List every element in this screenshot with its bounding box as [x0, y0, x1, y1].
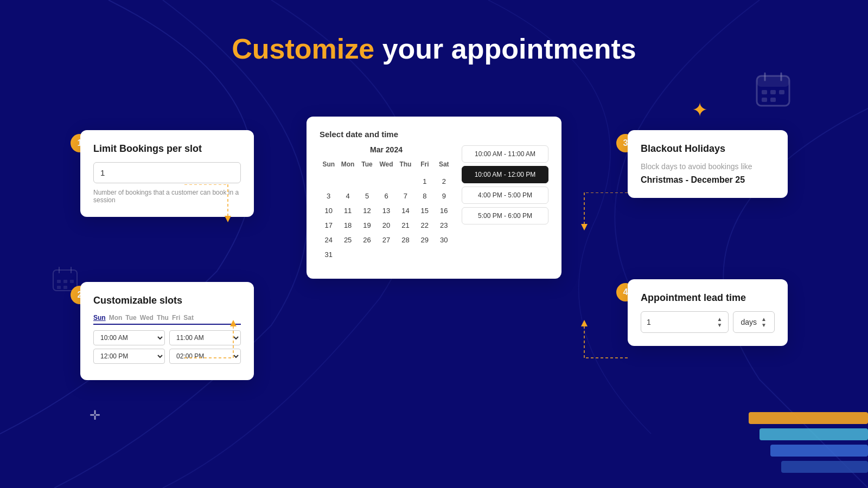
- calendar-today[interactable]: 25: [340, 236, 355, 244]
- lead-number-spinner[interactable]: ▲ ▼: [717, 316, 723, 328]
- slots-row-1: 10:00 AM 11:00 AM: [93, 330, 241, 345]
- slots-row-2: 12:00 PM 02:00 PM: [93, 349, 241, 364]
- calendar-day[interactable]: 28: [397, 233, 414, 247]
- calendar-day[interactable]: 17: [320, 219, 337, 232]
- calendar-day[interactable]: 3: [320, 189, 337, 203]
- calendar-empty: [358, 248, 376, 261]
- card-blackout-holidays: Blackout Holidays Block days to avoid bo…: [628, 130, 788, 198]
- time-slot-3[interactable]: 4:00 PM - 5:00 PM: [462, 187, 548, 204]
- calendar-day[interactable]: 20: [377, 219, 395, 232]
- calendar-day[interactable]: 11: [339, 204, 356, 217]
- calendar-day[interactable]: 9: [435, 189, 453, 203]
- calendar-day[interactable]: 10: [320, 204, 337, 217]
- calendar-grid-area: Mar 2024 Sun Mon Tue Wed Thu Fri Sat 123…: [320, 145, 453, 266]
- slot-start-1[interactable]: 10:00 AM: [93, 330, 165, 345]
- calendar-empty: [339, 175, 356, 188]
- calendar-day[interactable]: 2: [435, 175, 453, 188]
- calendar-day[interactable]: 21: [397, 219, 414, 232]
- calendar-month: Mar 2024: [320, 145, 453, 154]
- slot-start-2[interactable]: 12:00 PM: [93, 349, 165, 364]
- calendar-day[interactable]: 8: [416, 189, 433, 203]
- cal-hdr-thu: Thu: [397, 158, 414, 170]
- cal-hdr-fri: Fri: [416, 158, 433, 170]
- calendar-day[interactable]: 18: [339, 219, 356, 232]
- card-calendar: Select date and time Mar 2024 Sun Mon Tu…: [307, 117, 561, 279]
- day-sun: Sun: [93, 314, 106, 322]
- cal-hdr-mon: Mon: [339, 158, 356, 170]
- calendar-day[interactable]: 14: [397, 204, 414, 217]
- calendar-empty: [377, 175, 395, 188]
- cal-hdr-wed: Wed: [377, 158, 395, 170]
- lead-time-inputs: 1 ▲ ▼ days ▲ ▼: [641, 311, 775, 333]
- day-tue: Tue: [125, 314, 136, 322]
- lead-unit-field: days ▲ ▼: [733, 311, 775, 333]
- calendar-empty: [435, 248, 453, 261]
- card2-title: Customizable slots: [93, 295, 241, 306]
- day-wed: Wed: [140, 314, 154, 322]
- calendar-empty: [358, 175, 376, 188]
- calendar-day[interactable]: 27: [377, 233, 395, 247]
- calendar-body: Mar 2024 Sun Mon Tue Wed Thu Fri Sat 123…: [320, 145, 548, 266]
- calendar-day[interactable]: 31: [320, 248, 337, 261]
- time-slot-1[interactable]: 10:00 AM - 11:00 AM: [462, 145, 548, 163]
- cal-hdr-sat: Sat: [435, 158, 453, 170]
- calendar-day[interactable]: 24: [320, 233, 337, 247]
- calendar-day[interactable]: 6: [377, 189, 395, 203]
- calendar-empty: [339, 248, 356, 261]
- calendar-empty: [320, 175, 337, 188]
- blackout-subtitle: Block days to avoid bookings like: [641, 162, 775, 171]
- calendar-empty: [397, 248, 414, 261]
- calendar-day[interactable]: 5: [358, 189, 376, 203]
- lead-unit-value: days: [741, 318, 757, 326]
- card1-title: Limit Bookings per slot: [93, 143, 241, 155]
- calendar-empty: [397, 175, 414, 188]
- calendar-day[interactable]: 1: [416, 175, 433, 188]
- calendar-day[interactable]: 22: [416, 219, 433, 232]
- title-rest: your appointments: [374, 33, 636, 65]
- calendar-headers: Sun Mon Tue Wed Thu Fri Sat: [320, 158, 453, 170]
- blackout-highlight: Christmas - December 25: [641, 175, 775, 185]
- time-slot-4[interactable]: 5:00 PM - 6:00 PM: [462, 207, 548, 224]
- day-fri: Fri: [172, 314, 180, 322]
- connector-4: [535, 320, 628, 363]
- calendar-empty: [377, 248, 395, 261]
- cal-hdr-tue: Tue: [358, 158, 376, 170]
- calendar-day[interactable]: 13: [377, 204, 395, 217]
- calendar-day[interactable]: 30: [435, 233, 453, 247]
- card-lead-time: Appointment lead time 1 ▲ ▼ days ▲ ▼: [628, 279, 788, 346]
- time-slots-area: 10:00 AM - 11:00 AM 10:00 AM - 12:00 PM …: [462, 145, 548, 266]
- page-title: Customize your appointments: [0, 0, 868, 65]
- lead-number-field: 1 ▲ ▼: [641, 311, 729, 333]
- calendar-day[interactable]: 4: [339, 189, 356, 203]
- cal-hdr-sun: Sun: [320, 158, 337, 170]
- card-limit-bookings: Limit Bookings per slot Number of bookin…: [80, 130, 254, 217]
- day-thu: Thu: [157, 314, 169, 322]
- calendar-day[interactable]: 7: [397, 189, 414, 203]
- calendar-day[interactable]: 12: [358, 204, 376, 217]
- calendar-day[interactable]: 26: [358, 233, 376, 247]
- day-mon: Mon: [109, 314, 123, 322]
- svg-marker-29: [581, 224, 588, 230]
- slot-end-1[interactable]: 11:00 AM: [169, 330, 241, 345]
- day-sat: Sat: [183, 314, 194, 322]
- limit-bookings-hint: Number of bookings that a customer can b…: [93, 189, 241, 204]
- title-customize: Customize: [232, 33, 374, 65]
- slot-end-2[interactable]: 02:00 PM: [169, 349, 241, 364]
- calendar-day[interactable]: 19: [358, 219, 376, 232]
- calendar-title: Select date and time: [320, 130, 548, 139]
- calendar-day[interactable]: 29: [416, 233, 433, 247]
- calendar-day[interactable]: 16: [435, 204, 453, 217]
- limit-bookings-input[interactable]: [93, 162, 241, 183]
- lead-number-value: 1: [647, 318, 651, 326]
- card4-title: Appointment lead time: [641, 292, 775, 304]
- svg-rect-5: [757, 76, 789, 87]
- svg-marker-32: [581, 320, 588, 326]
- card-customizable-slots: Customizable slots Sun Mon Tue Wed Thu F…: [80, 282, 254, 380]
- time-slot-2[interactable]: 10:00 AM - 12:00 PM: [462, 166, 548, 183]
- lead-unit-spinner[interactable]: ▲ ▼: [761, 316, 767, 328]
- calendar-day[interactable]: 23: [435, 219, 453, 232]
- card3-title: Blackout Holidays: [641, 143, 775, 155]
- calendar-days: 1234567891011121314151617181920212223242…: [320, 175, 453, 261]
- calendar-empty: [416, 248, 433, 261]
- calendar-day[interactable]: 15: [416, 204, 433, 217]
